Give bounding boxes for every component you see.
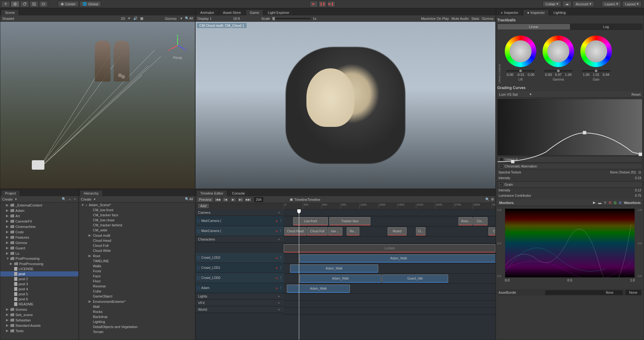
track-group-header[interactable]: Camera+	[196, 209, 284, 216]
track-link-icon[interactable]: ⬚	[197, 219, 200, 223]
project-item[interactable]: ▶ _ExternalContent	[0, 202, 78, 208]
rect-tool-button[interactable]	[39, 1, 48, 7]
hierarchy-item[interactable]: Cloud Full	[79, 243, 195, 248]
project-create-dropdown[interactable]: Create	[2, 197, 13, 201]
project-item[interactable]: ▶ Art	[0, 213, 78, 218]
track-record-icon[interactable]: ●	[276, 276, 278, 280]
pause-button[interactable]: ❚❚	[318, 1, 327, 7]
project-item[interactable]: ▶ Sebastian	[0, 317, 78, 323]
timeline-search-icon[interactable]: 🔍	[485, 197, 490, 201]
project-item[interactable]: ▶ Guard	[0, 245, 78, 251]
wheel-slider[interactable]	[506, 70, 535, 71]
track-link-icon[interactable]: ⬚	[197, 229, 200, 233]
assetbundle-dropdown[interactable]: None	[545, 290, 623, 295]
aspect-dropdown[interactable]: 16:9	[233, 17, 240, 20]
layers-dropdown[interactable]: Layers ▾	[602, 1, 621, 7]
hierarchy-create-dropdown[interactable]: Create	[81, 197, 91, 201]
timeline-prev-button[interactable]: |◀	[222, 197, 229, 202]
hierarchy-item[interactable]: TIMELINE	[79, 258, 195, 264]
project-favorite-icon[interactable]: ★	[73, 197, 77, 201]
rotate-tool-button[interactable]	[20, 1, 29, 7]
track-record-icon[interactable]: ●	[276, 286, 278, 290]
project-item[interactable]: post	[0, 271, 78, 276]
mode-2d-toggle[interactable]: 2D	[121, 17, 125, 20]
timeline-clip[interactable]: Adam_Walk	[290, 264, 378, 273]
timeline-end-button[interactable]: ▶▶|	[245, 197, 251, 202]
hierarchy-item[interactable]: Cube	[79, 289, 195, 294]
timeline-clip[interactable]: Cloud Full	[307, 227, 328, 235]
project-item[interactable]: ▶ CaronteFX	[0, 218, 78, 224]
track-group-header[interactable]: VFX+	[196, 300, 284, 306]
move-tool-button[interactable]	[11, 1, 20, 7]
collab-dropdown[interactable]: Collab ▾	[543, 1, 561, 7]
track-link-icon[interactable]: ⬚	[197, 256, 200, 260]
track-link-icon[interactable]: ⬚	[197, 266, 200, 270]
monitor-split-icon[interactable]: ▬	[598, 201, 601, 205]
track-group-header[interactable]: World+	[196, 306, 284, 313]
add-track-icon[interactable]: +	[277, 301, 281, 305]
scene-fx-icon[interactable]: ▦	[140, 16, 143, 20]
hierarchy-tree[interactable]: ▼⬨ Adam_Scene* CM_low frontCM_tracker fa…	[79, 202, 195, 340]
hierarchy-item[interactable]: CM_low front	[79, 207, 195, 212]
timeline-start-button[interactable]: |◀◀	[215, 197, 221, 202]
timeline-playhead[interactable]	[299, 209, 299, 340]
account-dropdown[interactable]: Account ▾	[573, 1, 594, 7]
project-filter-icon[interactable]: ●	[69, 197, 71, 201]
luminance-contrib-field[interactable]: 0.75	[545, 194, 641, 197]
timeline-ruler[interactable]: 0300600900120015001800210024002700300033…	[284, 203, 495, 209]
hierarchy-item[interactable]: Lighting	[79, 319, 195, 324]
hierarchy-item[interactable]: Face	[79, 274, 195, 279]
assetbundle-variant-dropdown[interactable]: None	[625, 290, 641, 295]
hierarchy-item[interactable]: ▶Cloud multi	[79, 233, 195, 238]
track-menu-icon[interactable]: ⋮	[279, 256, 282, 260]
channel-r[interactable]: R	[609, 201, 611, 205]
tab-inspector-2[interactable]: ● Inspector	[523, 9, 549, 15]
timeline-clip[interactable]: Re...	[347, 227, 359, 235]
tab-console[interactable]: Console	[228, 190, 249, 196]
timeline-clip[interactable]: Low front	[293, 217, 328, 225]
track-header[interactable]: ⬚Crowd_LOD2●⋮	[196, 253, 284, 263]
project-item[interactable]: ▶ Standard Assets	[0, 323, 78, 328]
hierarchy-item[interactable]: Reverse	[79, 284, 195, 289]
timeline-add-button[interactable]: Add	[197, 203, 209, 209]
track-header[interactable]: ⬚MainCamera (●⋮	[196, 216, 284, 226]
hierarchy-item[interactable]: Front	[79, 269, 195, 274]
hand-tool-button[interactable]	[1, 1, 10, 7]
timeline-asset-name[interactable]: TimelineTimeline	[294, 198, 320, 201]
track-menu-icon[interactable]: ⋮	[279, 229, 282, 233]
project-item[interactable]: ▼ PostProcessing	[0, 256, 78, 261]
project-item[interactable]: ▶ Tests	[0, 328, 78, 333]
project-item[interactable]: post 5	[0, 292, 78, 297]
play-button[interactable]: ▶	[310, 1, 318, 7]
wheel-slider[interactable]	[582, 70, 610, 71]
gizmos-dropdown[interactable]: Gizmos	[165, 17, 176, 20]
tab-animator[interactable]: Animator	[196, 9, 218, 15]
mode-log-tab[interactable]: Log	[570, 24, 642, 30]
timeline-play-button[interactable]: ▶	[230, 197, 236, 202]
trackball-gain[interactable]: 1.051.010.94Gain	[577, 36, 615, 81]
timeline-clip[interactable]: Cin...	[473, 217, 487, 225]
track-record-icon[interactable]: ●	[276, 266, 278, 270]
hierarchy-item[interactable]: DetailObjects and Vegetation	[79, 324, 195, 329]
track-header[interactable]: ⬚MainCamera (●⋮	[196, 226, 284, 236]
monitor-play-icon[interactable]: ▶	[593, 201, 596, 205]
layout-dropdown[interactable]: Layout ▾	[622, 1, 641, 7]
add-track-icon[interactable]: +	[277, 308, 281, 311]
track-header[interactable]: ⬚Adam●⋮	[196, 283, 284, 293]
hierarchy-item[interactable]: Terrain	[79, 329, 195, 334]
scale-slider[interactable]	[272, 18, 310, 19]
hierarchy-item[interactable]: CM_tracker behind	[79, 223, 195, 228]
tab-light-explorer[interactable]: Light Explorer	[264, 9, 294, 15]
timeline-clip[interactable]: Adam_Walk	[299, 275, 381, 283]
hierarchy-item[interactable]: Walls	[79, 264, 195, 269]
timeline-clip[interactable]: Adam_Walk	[287, 285, 350, 293]
grain-intensity-field[interactable]: 0.12	[545, 189, 641, 192]
hierarchy-item[interactable]: Rocks	[79, 309, 195, 314]
project-item[interactable]: ▶ Lu	[0, 251, 78, 256]
project-search[interactable]: 🔍	[62, 197, 66, 201]
hierarchy-item[interactable]: Cloud Wide	[79, 248, 195, 253]
project-item[interactable]: ▶ Code	[0, 229, 78, 235]
timeline-settings-icon[interactable]: ⚙	[491, 197, 494, 201]
hierarchy-search[interactable]: 🔍All	[185, 197, 193, 201]
track-link-icon[interactable]: ⬚	[197, 286, 200, 290]
